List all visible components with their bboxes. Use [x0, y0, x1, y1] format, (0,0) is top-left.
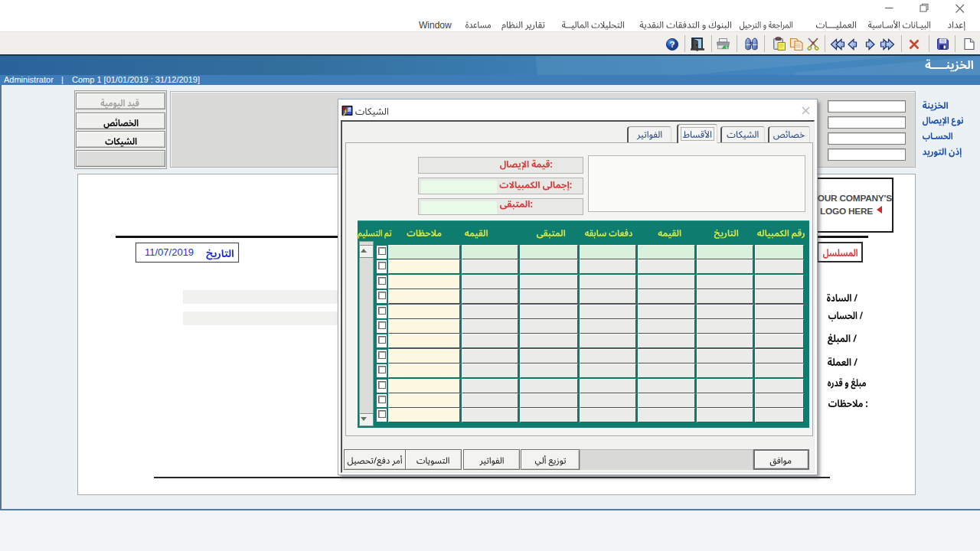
svg-text:?: ?: [670, 40, 675, 49]
